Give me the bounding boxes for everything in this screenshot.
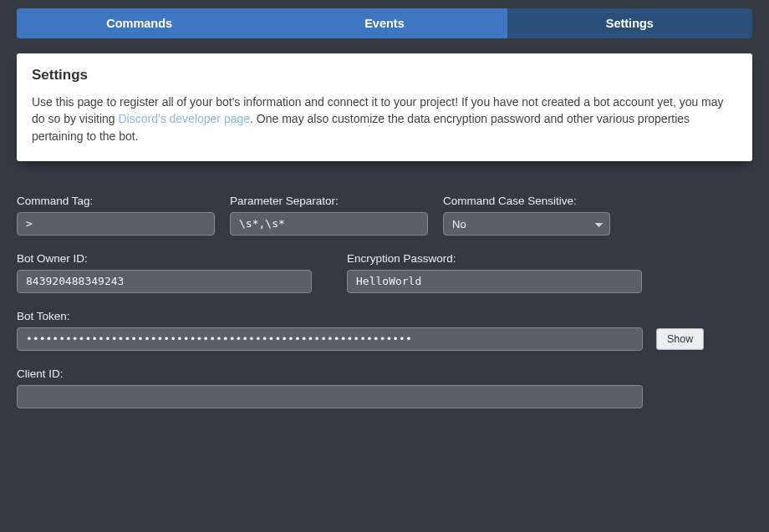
param-sep-input[interactable] [230,212,428,236]
client-id-label: Client ID: [17,367,643,380]
owner-id-label: Bot Owner ID: [17,252,312,265]
command-tag-label: Command Tag: [17,195,215,207]
enc-pass-input[interactable] [347,270,642,293]
enc-pass-label: Encryption Password: [347,252,642,265]
tab-settings[interactable]: Settings [507,8,752,38]
tab-commands[interactable]: Commands [17,8,262,38]
case-sensitive-select[interactable]: No Yes [443,212,610,236]
discord-developer-link[interactable]: Discord's developer page [119,112,251,125]
settings-card: Settings Use this page to register all o… [17,53,752,161]
settings-card-title: Settings [32,67,737,84]
owner-id-input[interactable] [17,270,312,293]
param-sep-label: Parameter Separator: [230,195,428,207]
show-button[interactable]: Show [656,328,704,350]
bot-token-input[interactable] [17,327,643,351]
tab-events[interactable]: Events [262,8,507,38]
case-sensitive-label: Command Case Sensitive: [443,195,610,207]
settings-card-description: Use this page to register all of your bo… [32,94,737,144]
bot-token-label: Bot Token: [17,310,704,322]
client-id-input[interactable] [17,385,643,408]
command-tag-input[interactable] [17,212,215,236]
top-tabs: Commands Events Settings [17,8,752,38]
